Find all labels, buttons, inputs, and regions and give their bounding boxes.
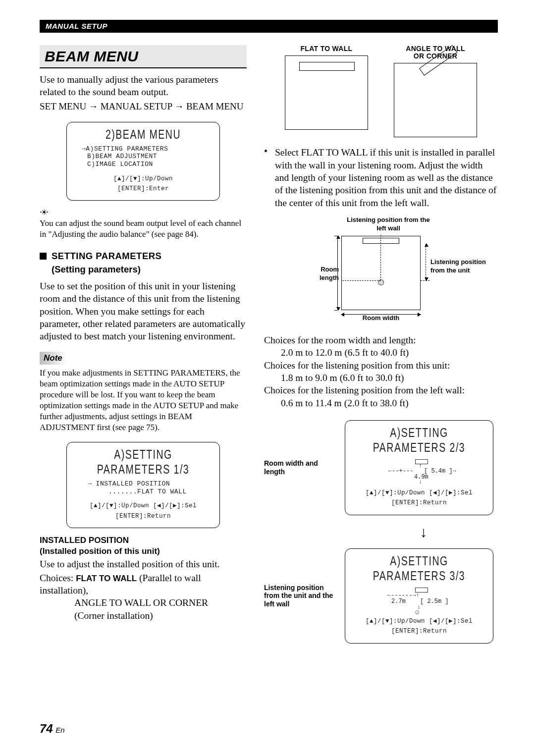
lcd-setting-3: A)SETTING PARAMETERS 3/3 ←------→↑ 2.7m … — [345, 548, 493, 644]
square-bullet-icon — [40, 253, 47, 260]
installed-body: Use to adjust the installed position of … — [40, 558, 247, 570]
page-title: BEAM MENU — [45, 48, 139, 64]
note-label: Note — [40, 352, 66, 365]
subhead-line1: SETTING PARAMETERS — [52, 251, 161, 261]
row-lcd3: Listening position from the unit and the… — [264, 548, 498, 644]
label-lp-unit: Listening position from the unit — [430, 258, 495, 275]
label-lp-left: Listening position from the left wall — [346, 216, 430, 233]
lcd-hint1: [▲]/[▼]:Up/Down — [73, 175, 214, 182]
installed-choices: Choices: FLAT TO WALL (Parallel to wall … — [40, 572, 247, 622]
installed-heading: INSTALLED POSITION (Installed position o… — [40, 535, 247, 557]
choice-flat: FLAT TO WALL — [76, 574, 137, 583]
breadcrumb: SET MENU → MANUAL SETUP → BEAM MENU — [40, 101, 247, 113]
lcd3-hint1: [▲]/[▼]:Up/Down [◀]/[▶]:Sel — [351, 618, 487, 625]
c2v: 1.8 m to 9.0 m (6.0 ft to 30.0 ft) — [281, 372, 498, 384]
placement-diagrams: FLAT TO WALL ANGLE TO WALL OR CORNER — [264, 45, 498, 138]
person-icon: ☺ — [376, 275, 386, 288]
choice-angle: ANGLE TO WALL OR CORNER — [74, 597, 208, 608]
lcd3-side-label: Listening position from the unit and the… — [264, 584, 337, 608]
flat-diagram-box — [285, 55, 368, 130]
lcd-setting-1: A)SETTING PARAMETERS 1/3 → INSTALLED POS… — [66, 442, 220, 528]
lcd-hint2: [ENTER]:Enter — [73, 185, 214, 192]
arrow-lp-unit — [426, 244, 426, 280]
lcd2-hint1: [▲]/[▼]:Up/Down [◀]/[▶]:Sel — [351, 489, 487, 496]
lcd2-diagram: ↑ ←--+--- [ 5.4m ]→ 4.9m ↓ — [370, 458, 469, 485]
lcd-setting-2: A)SETTING PARAMETERS 2/3 ↑ ←--+--- [ 5.4… — [345, 420, 493, 515]
lcd2-side-label: Room width and length — [264, 459, 337, 476]
lcd2-dimh: [ 5.4m ]→ — [424, 468, 456, 475]
subhead-line2: (Setting parameters) — [52, 264, 141, 274]
bullet-dot-icon: • — [264, 146, 275, 209]
lcd3-title: A)SETTING PARAMETERS 3/3 — [368, 554, 470, 584]
subheading-setting-parameters: SETTING PARAMETERS (Setting parameters) — [40, 250, 247, 276]
left-column: BEAM MENU Use to manually adjust the var… — [40, 45, 247, 644]
arrow-room-length — [337, 236, 338, 310]
lcd3-dim1: 2.7m — [391, 598, 406, 605]
dash-lp-left — [380, 235, 381, 280]
label-room-length: Room length — [304, 266, 339, 282]
c1: Choices for the room width and length: — [264, 334, 498, 346]
bullet-text: Select FLAT TO WALL if this unit is inst… — [275, 146, 498, 209]
angle-diagram-box — [394, 63, 477, 137]
intro-text: Use to manually adjust the various param… — [40, 73, 247, 99]
lcd-item-c: C)IMAGE LOCATION — [82, 161, 214, 168]
down-arrow-icon: ↓ — [349, 522, 498, 541]
lcd1-hint1: [▲]/[▼]:Up/Down [◀]/[▶]:Sel — [73, 502, 214, 509]
section-header: MANUAL SETUP — [40, 20, 498, 33]
lcd3-dim2: [ 2.5m ] — [420, 598, 449, 605]
tip-text: You can adjust the sound beam output lev… — [40, 218, 247, 240]
flat-speaker-icon — [299, 62, 355, 71]
room-diagram: Listening position from the left wall Ro… — [277, 216, 485, 330]
page-num-value: 74 — [40, 722, 53, 735]
arrow-room-width — [341, 314, 421, 315]
lcd-title: 2)BEAM MENU — [91, 127, 196, 142]
c3v: 0.6 m to 11.4 m (2.0 ft to 38.0 ft) — [281, 397, 498, 409]
room-box — [341, 236, 421, 310]
lcd1-title: A)SETTING PARAMETERS 1/3 — [91, 447, 196, 477]
installed-h1: INSTALLED POSITION — [40, 535, 247, 546]
lcd1-line2: .......FLAT TO WALL — [73, 488, 214, 496]
lcd3-hint2: [ENTER]:Return — [351, 628, 487, 635]
nav-b: MANUAL SETUP — [101, 101, 172, 111]
nav-c: BEAM MENU — [186, 101, 244, 111]
lcd-item-a: A)SETTING PARAMETERS — [82, 145, 214, 153]
lcd-beam-menu: 2)BEAM MENU A)SETTING PARAMETERS B)BEAM … — [66, 122, 220, 201]
choices-block: Choices for the room width and length: 2… — [264, 334, 498, 409]
dash-lp-h — [342, 280, 381, 281]
lcd-item-b: B)BEAM ADJUSTMENT — [82, 153, 214, 161]
nav-a: SET MENU — [40, 101, 86, 111]
setting-paragraph: Use to set the position of this unit in … — [40, 280, 247, 343]
c3: Choices for the listening position from … — [264, 384, 498, 396]
speaker-icon — [363, 238, 399, 244]
title-block: BEAM MENU — [40, 45, 247, 68]
tip-icon: ·☀· — [40, 208, 247, 218]
page-lang: En — [55, 726, 64, 734]
choices-prefix: Choices: — [40, 573, 76, 583]
choice2-post: (Corner installation) — [74, 610, 153, 621]
lcd3-person-icon: ☺ — [415, 608, 419, 616]
lcd1-line1: → INSTALLED POSITION — [73, 480, 214, 488]
lcd2-title: A)SETTING PARAMETERS 2/3 — [368, 426, 470, 455]
lcd3-diagram: ←------→↑ 2.7m [ 2.5m ] ↓ ☺ — [370, 587, 469, 613]
right-column: FLAT TO WALL ANGLE TO WALL OR CORNER • S… — [264, 45, 498, 644]
row-lcd2: Room width and length A)SETTING PARAMETE… — [264, 420, 498, 515]
label-room-width: Room width — [351, 314, 411, 323]
c1v: 2.0 m to 12.0 m (6.5 ft to 40.0 ft) — [281, 346, 498, 359]
lcd2-hint2: [ENTER]:Return — [351, 499, 487, 506]
page-number: 74 En — [40, 721, 64, 736]
flat-label: FLAT TO WALL — [279, 45, 374, 53]
note-text: If you make adjustments in SETTING PARAM… — [40, 368, 247, 433]
c2: Choices for the listening position from … — [264, 359, 498, 372]
installed-h2: (Installed position of this unit) — [40, 546, 247, 557]
lcd1-hint2: [ENTER]:Return — [73, 513, 214, 520]
